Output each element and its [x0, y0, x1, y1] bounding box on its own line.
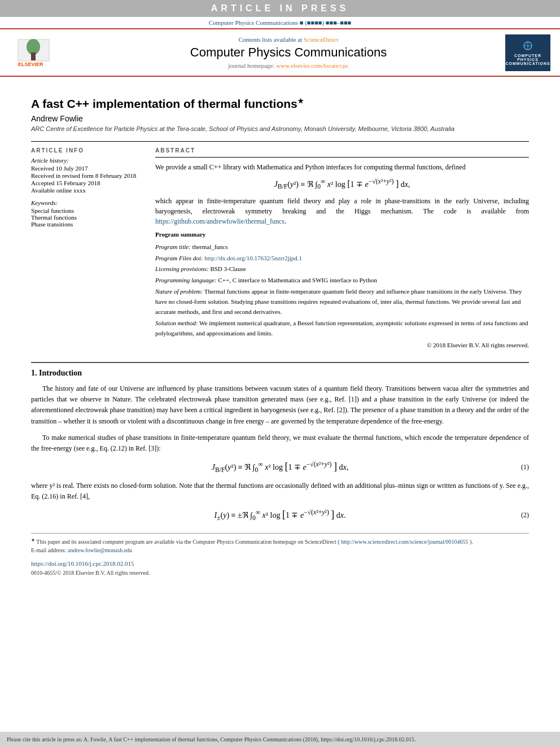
article-title-text: A fast C++ implementation of thermal fun… — [31, 97, 298, 110]
email-link[interactable]: andrew.fowlie@monash.edu — [68, 547, 132, 553]
keyword-2: Thermal functions — [31, 214, 144, 221]
footer-copyright: 0010-4655/© 2018 Elsevier B.V. All right… — [31, 569, 529, 577]
doi-bar: Computer Physics Communications ■ (■■■■)… — [0, 17, 560, 28]
homepage-line: journal homepage: www.elsevier.com/locat… — [86, 62, 491, 69]
footnote-body: This paper and its associated computer p… — [36, 539, 339, 545]
ps-solution-value: We implement numerical quadrature, a Bes… — [155, 320, 528, 337]
history-line-4: Available online xxxx — [31, 187, 144, 194]
footnote-url1[interactable]: http://www.sciencedirect.com/science/jou… — [341, 539, 468, 545]
svg-point-1 — [27, 39, 40, 55]
keywords-section: Keywords: Special functions Thermal func… — [31, 199, 144, 228]
ps-doi-url[interactable]: http://dx.doi.org/10.17632/5nzrr2jjpd.1 — [204, 255, 302, 261]
sciencedirect-link[interactable]: ScienceDirect — [304, 36, 339, 43]
intro-para-1: The history and fate of our Universe are… — [31, 383, 529, 427]
footnote-text: ★ This paper and its associated computer… — [31, 537, 529, 546]
article-info-column: ARTICLE INFO Article history: Received 1… — [31, 147, 144, 351]
center-info: Contents lists available at ScienceDirec… — [75, 34, 502, 71]
history-label: Article history: — [31, 157, 144, 164]
main-content: A fast C++ implementation of thermal fun… — [0, 77, 560, 588]
ps-licensing-value: BSD 3-Clause — [210, 265, 246, 272]
journal-header: ELSEVIER Contents lists available at Sci… — [0, 28, 560, 77]
article-author: Andrew Fowlie — [31, 114, 529, 123]
homepage-url[interactable]: www.elsevier.com/locate/cpc — [276, 62, 349, 69]
sciencedirect-line: Contents lists available at ScienceDirec… — [86, 36, 491, 43]
after-eq-text: which appear in finite-temperature quant… — [155, 197, 529, 215]
journal-title: Computer Physics Communications — [86, 45, 491, 60]
homepage-label: journal homepage: — [228, 62, 274, 69]
abstract-after-eq: which appear in finite-temperature quant… — [155, 196, 529, 226]
article-title: A fast C++ implementation of thermal fun… — [31, 97, 529, 111]
cpc-logo-text: COMPUTER PHYSICS COMMUNICATIONS — [505, 54, 550, 65]
svg-text:ELSEVIER: ELSEVIER — [18, 62, 43, 67]
footnote-area: ★ This paper and its associated computer… — [31, 533, 529, 577]
equation-1: JB/F(y²) ≡ ℜ ∫0∞ x² log [1 ∓ e−√(x²+y²) … — [31, 461, 506, 474]
equation-2-number: (2) — [506, 511, 529, 519]
ps-prog-lang-label: Programming language: — [155, 277, 217, 283]
ps-title: Program summary — [155, 230, 529, 240]
ps-prog-lang: Programming language: C++, C interface t… — [155, 276, 529, 286]
ps-nature: Nature of problem: Thermal functions app… — [155, 287, 529, 317]
keyword-3: Phase transitions — [31, 221, 144, 228]
ps-doi-label: Program Files doi: — [155, 255, 203, 261]
keyword-1: Special functions — [31, 207, 144, 214]
email-label: E-mail address: — [31, 547, 66, 553]
abstract-label: ABSTRACT — [155, 147, 529, 154]
ps-prog-lang-value: C++, C interface to Mathematica and SWIG… — [218, 277, 377, 283]
banner-text: ARTICLE IN PRESS — [211, 3, 349, 13]
article-affiliation: ARC Centre of Excellence for Particle Ph… — [31, 125, 529, 132]
ps-program-title-label: Program title: — [155, 243, 191, 250]
cpc-logo-box: COMPUTER PHYSICS COMMUNICATIONS — [505, 34, 550, 71]
page-wrapper: ARTICLE IN PRESS Computer Physics Commun… — [0, 0, 560, 747]
citation-bar: Please cite this article in press as: A.… — [0, 732, 560, 747]
equation-2: I±(y) ≡ ±ℜ ∫0∞ x² log [1 ∓ e−√(x²+y²) ] … — [31, 509, 506, 522]
equation-1-block: JB/F(y²) ≡ ℜ ∫0∞ x² log [1 ∓ e−√(x²+y²) … — [31, 461, 529, 474]
doi-link[interactable]: Computer Physics Communications ■ (■■■■)… — [209, 19, 351, 26]
ps-nature-value: Thermal functions appear in finite-tempe… — [155, 288, 522, 314]
abstract-equation: JB/F(y²) ≡ ℜ ∫0∞ x² log [1 ∓ e−√(x²+y²) … — [155, 178, 529, 190]
contents-text: Contents lists available at — [238, 36, 302, 43]
abstract-body-text: We provide a small C++ library with Math… — [155, 163, 466, 171]
history-line-1: Received 10 July 2017 — [31, 165, 144, 172]
ps-nature-label: Nature of problem: — [155, 288, 203, 295]
intro-number: 1. — [31, 369, 37, 377]
cpc-logo: COMPUTER PHYSICS COMMUNICATIONS — [502, 34, 553, 71]
svg-rect-2 — [31, 53, 36, 60]
ps-licensing-label: Licensing provisions: — [155, 265, 209, 272]
introduction-section: 1. Introduction The history and fate of … — [31, 362, 529, 522]
copyright: © 2018 Elsevier B.V. All rights reserved… — [155, 340, 529, 351]
history-line-3: Accepted 15 February 2018 — [31, 180, 144, 186]
doi-footer: https://doi.org/10.1016/j.cpc.2018.02.01… — [31, 559, 529, 569]
intro-para-2: To make numerical studies of phase trans… — [31, 433, 529, 454]
ps-doi: Program Files doi: http://dx.doi.org/10.… — [155, 254, 529, 264]
program-summary: Program summary Program title: thermal_f… — [155, 230, 529, 351]
cpc-icon — [519, 40, 536, 51]
intro-title: 1. Introduction — [31, 369, 529, 378]
intro-title-text: Introduction — [39, 369, 82, 377]
citation-text: Please cite this article in press as: A.… — [7, 736, 416, 742]
abstract-body: We provide a small C++ library with Math… — [155, 162, 529, 172]
footnote-email: E-mail address: andrew.fowlie@monash.edu — [31, 546, 529, 554]
history-line-2: Received in revised form 8 February 2018 — [31, 172, 144, 179]
footnote-symbol: ★ — [31, 538, 35, 543]
footnote-text2: ). — [470, 539, 473, 545]
code-url-link[interactable]: https://github.com/andrewfowlie/thermal_… — [155, 217, 285, 225]
elsevier-svg: ELSEVIER — [15, 37, 66, 68]
equation-1-number: (1) — [506, 463, 529, 471]
article-info-abstract: ARTICLE INFO Article history: Received 1… — [31, 141, 529, 351]
doi-footer-link[interactable]: https://doi.org/10.1016/j.cpc.2018.02.01… — [31, 560, 134, 567]
article-info-label: ARTICLE INFO — [31, 147, 144, 154]
equation-2-block: I±(y) ≡ ±ℜ ∫0∞ x² log [1 ∓ e−√(x²+y²) ] … — [31, 509, 529, 522]
eq1-after-text: where y² is real. There exists no closed… — [31, 480, 529, 502]
article-in-press-banner: ARTICLE IN PRESS — [0, 0, 560, 17]
abstract-column: ABSTRACT We provide a small C++ library … — [155, 147, 529, 351]
ps-solution-label: Solution method: — [155, 320, 198, 326]
abstract-content: We provide a small C++ library with Math… — [155, 157, 529, 351]
ps-solution: Solution method: We implement numerical … — [155, 318, 529, 338]
ps-licensing: Licensing provisions: BSD 3-Clause — [155, 264, 529, 274]
ps-program-title: Program title: thermal_funcs — [155, 242, 529, 252]
article-history: Article history: Received 10 July 2017 R… — [31, 157, 144, 194]
ps-program-title-value: thermal_funcs — [193, 243, 228, 250]
keywords-label: Keywords: — [31, 199, 144, 206]
elsevier-logo: ELSEVIER — [7, 34, 75, 71]
title-footnote: ★ — [298, 97, 304, 105]
